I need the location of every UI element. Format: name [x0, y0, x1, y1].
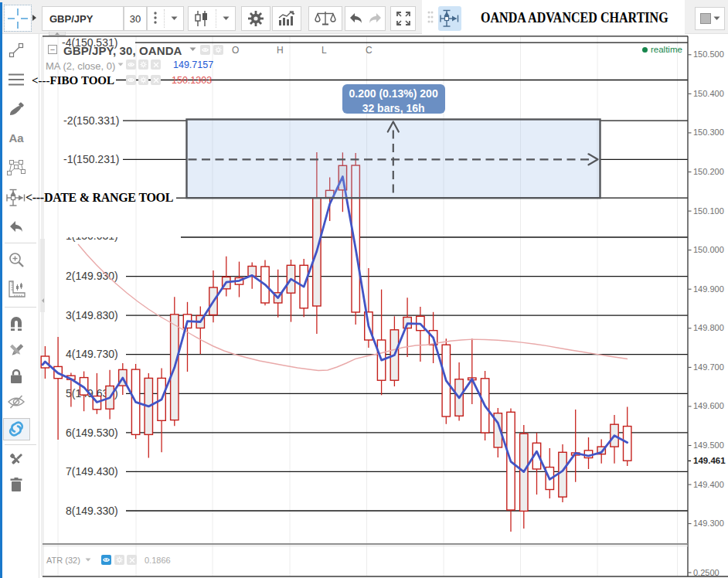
svg-text:-1(150.231): -1(150.231)	[63, 153, 119, 165]
svg-text:4(149.730): 4(149.730)	[66, 348, 118, 360]
svg-text:8(149.330): 8(149.330)	[66, 505, 118, 517]
svg-text:-2(150.331): -2(150.331)	[63, 114, 119, 127]
svg-text:6(149.530): 6(149.530)	[66, 427, 118, 439]
svg-text:7(149.430): 7(149.430)	[66, 465, 118, 478]
svg-text:3(149.830): 3(149.830)	[66, 309, 118, 321]
svg-text:2(149.930): 2(149.930)	[66, 270, 118, 282]
